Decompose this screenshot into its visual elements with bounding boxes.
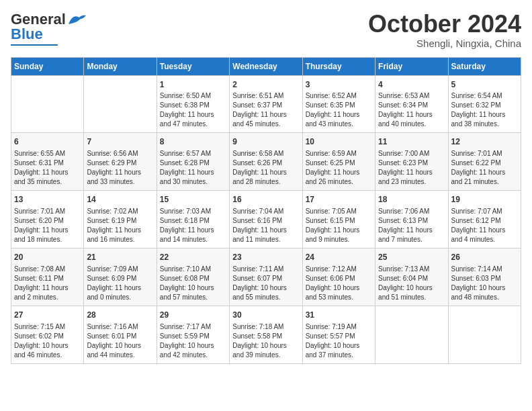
logo-underline [11,44,58,46]
table-row: 20Sunrise: 7:08 AMSunset: 6:11 PMDayligh… [11,248,84,306]
day-info: Sunrise: 7:01 AMSunset: 6:20 PMDaylight:… [14,207,81,244]
day-info: Sunrise: 7:06 AMSunset: 6:13 PMDaylight:… [378,207,445,244]
table-row: 22Sunrise: 7:10 AMSunset: 6:08 PMDayligh… [157,248,229,306]
calendar-week-row: 6Sunrise: 6:55 AMSunset: 6:31 PMDaylight… [11,133,521,191]
table-row: 10Sunrise: 6:59 AMSunset: 6:25 PMDayligh… [302,133,375,191]
day-info: Sunrise: 7:11 AMSunset: 6:07 PMDaylight:… [232,265,299,302]
col-friday: Friday [375,57,448,75]
day-number: 20 [14,252,81,263]
table-row: 6Sunrise: 6:55 AMSunset: 6:31 PMDaylight… [11,133,84,191]
day-number: 13 [14,194,81,205]
day-number: 12 [451,136,518,148]
day-info: Sunrise: 7:04 AMSunset: 6:16 PMDaylight:… [232,207,299,244]
calendar-week-row: 13Sunrise: 7:01 AMSunset: 6:20 PMDayligh… [11,191,521,248]
col-monday: Monday [84,57,157,75]
table-row: 11Sunrise: 7:00 AMSunset: 6:23 PMDayligh… [375,133,448,191]
table-row: 21Sunrise: 7:09 AMSunset: 6:09 PMDayligh… [84,248,157,306]
table-row: 1Sunrise: 6:50 AMSunset: 6:38 PMDaylight… [157,75,229,133]
day-number: 2 [232,79,299,91]
day-number: 11 [378,136,445,148]
day-number: 21 [87,252,153,263]
day-number: 6 [14,136,81,148]
day-number: 4 [378,79,445,91]
day-number: 22 [160,252,226,263]
day-info: Sunrise: 6:57 AMSunset: 6:28 PMDaylight:… [160,149,226,187]
day-info: Sunrise: 7:13 AMSunset: 6:04 PMDaylight:… [378,265,445,302]
day-number: 3 [306,79,372,91]
table-row: 29Sunrise: 7:17 AMSunset: 5:59 PMDayligh… [157,306,229,363]
title-area: October 2024 Shengli, Ningxia, China [368,11,521,49]
day-number: 31 [306,310,372,321]
table-row: 16Sunrise: 7:04 AMSunset: 6:16 PMDayligh… [230,191,302,248]
table-row: 9Sunrise: 6:58 AMSunset: 6:26 PMDaylight… [230,133,302,191]
day-number: 9 [232,136,299,148]
table-row: 23Sunrise: 7:11 AMSunset: 6:07 PMDayligh… [230,248,302,306]
day-info: Sunrise: 6:59 AMSunset: 6:25 PMDaylight:… [306,149,372,187]
day-info: Sunrise: 7:09 AMSunset: 6:09 PMDaylight:… [87,265,153,302]
day-info: Sunrise: 7:07 AMSunset: 6:12 PMDaylight:… [451,207,518,244]
day-info: Sunrise: 6:58 AMSunset: 6:26 PMDaylight:… [232,149,299,187]
table-row: 27Sunrise: 7:15 AMSunset: 6:02 PMDayligh… [11,306,84,363]
table-row: 17Sunrise: 7:05 AMSunset: 6:15 PMDayligh… [302,191,375,248]
table-row [11,75,84,133]
day-number: 27 [14,310,81,321]
day-info: Sunrise: 7:08 AMSunset: 6:11 PMDaylight:… [14,265,81,302]
day-number: 14 [87,194,153,205]
day-info: Sunrise: 6:54 AMSunset: 6:32 PMDaylight:… [451,91,518,129]
table-row: 15Sunrise: 7:03 AMSunset: 6:18 PMDayligh… [157,191,229,248]
table-row: 30Sunrise: 7:18 AMSunset: 5:58 PMDayligh… [230,306,302,363]
day-info: Sunrise: 7:03 AMSunset: 6:18 PMDaylight:… [160,207,226,244]
day-number: 15 [160,194,226,205]
logo: General Blue [11,11,87,46]
col-tuesday: Tuesday [157,57,229,75]
table-row: 8Sunrise: 6:57 AMSunset: 6:28 PMDaylight… [157,133,229,191]
day-info: Sunrise: 7:00 AMSunset: 6:23 PMDaylight:… [378,149,445,187]
day-number: 26 [451,252,518,263]
calendar-header-row: Sunday Monday Tuesday Wednesday Thursday… [11,57,521,75]
table-row: 31Sunrise: 7:19 AMSunset: 5:57 PMDayligh… [302,306,375,363]
day-info: Sunrise: 7:17 AMSunset: 5:59 PMDaylight:… [160,322,226,360]
day-number: 23 [232,252,299,263]
day-number: 24 [306,252,372,263]
day-info: Sunrise: 7:05 AMSunset: 6:15 PMDaylight:… [306,207,372,244]
day-number: 7 [87,136,153,148]
logo-bird-icon [67,12,87,27]
day-info: Sunrise: 7:01 AMSunset: 6:22 PMDaylight:… [451,149,518,187]
col-sunday: Sunday [11,57,84,75]
table-row: 26Sunrise: 7:14 AMSunset: 6:03 PMDayligh… [448,248,521,306]
day-info: Sunrise: 7:12 AMSunset: 6:06 PMDaylight:… [306,265,372,302]
calendar-table: Sunday Monday Tuesday Wednesday Thursday… [11,57,521,364]
day-info: Sunrise: 6:53 AMSunset: 6:34 PMDaylight:… [378,91,445,129]
day-number: 8 [160,136,226,148]
table-row: 19Sunrise: 7:07 AMSunset: 6:12 PMDayligh… [448,191,521,248]
day-number: 25 [378,252,445,263]
table-row: 24Sunrise: 7:12 AMSunset: 6:06 PMDayligh… [302,248,375,306]
day-info: Sunrise: 7:14 AMSunset: 6:03 PMDaylight:… [451,265,518,302]
table-row: 28Sunrise: 7:16 AMSunset: 6:01 PMDayligh… [84,306,157,363]
day-number: 5 [451,79,518,91]
day-number: 10 [306,136,372,148]
day-info: Sunrise: 7:16 AMSunset: 6:01 PMDaylight:… [87,322,153,360]
table-row: 5Sunrise: 6:54 AMSunset: 6:32 PMDaylight… [448,75,521,133]
day-info: Sunrise: 6:56 AMSunset: 6:29 PMDaylight:… [87,149,153,187]
table-row: 7Sunrise: 6:56 AMSunset: 6:29 PMDaylight… [84,133,157,191]
table-row: 18Sunrise: 7:06 AMSunset: 6:13 PMDayligh… [375,191,448,248]
col-wednesday: Wednesday [230,57,302,75]
location-subtitle: Shengli, Ningxia, China [368,38,521,49]
day-info: Sunrise: 7:15 AMSunset: 6:02 PMDaylight:… [14,322,81,360]
table-row: 4Sunrise: 6:53 AMSunset: 6:34 PMDaylight… [375,75,448,133]
day-info: Sunrise: 6:51 AMSunset: 6:37 PMDaylight:… [232,91,299,129]
day-info: Sunrise: 6:55 AMSunset: 6:31 PMDaylight:… [14,149,81,187]
calendar-week-row: 27Sunrise: 7:15 AMSunset: 6:02 PMDayligh… [11,306,521,363]
col-saturday: Saturday [448,57,521,75]
month-title: October 2024 [368,11,521,38]
logo-blue: Blue [11,26,43,43]
table-row: 13Sunrise: 7:01 AMSunset: 6:20 PMDayligh… [11,191,84,248]
col-thursday: Thursday [302,57,375,75]
day-number: 18 [378,194,445,205]
day-number: 17 [306,194,372,205]
calendar-week-row: 1Sunrise: 6:50 AMSunset: 6:38 PMDaylight… [11,75,521,133]
table-row [84,75,157,133]
day-info: Sunrise: 6:52 AMSunset: 6:35 PMDaylight:… [306,91,372,129]
day-number: 28 [87,310,153,321]
